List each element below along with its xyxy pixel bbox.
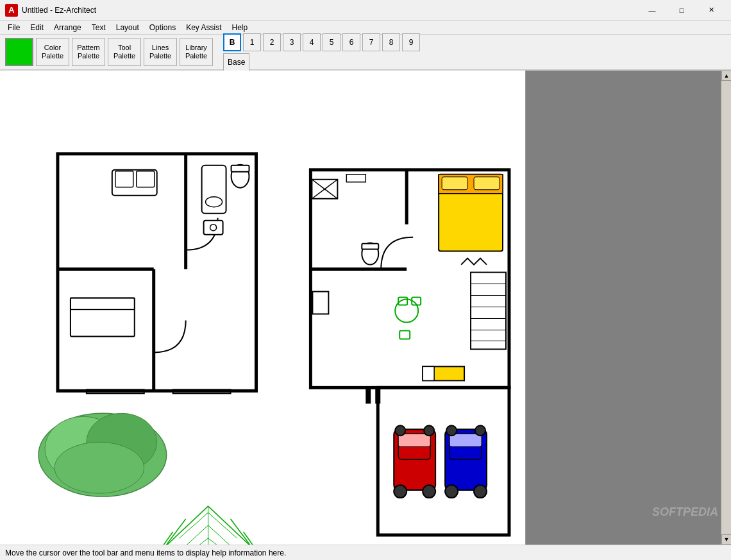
layers-group: B123456789Base [223, 33, 441, 71]
svg-rect-56 [450, 434, 482, 446]
svg-rect-27 [346, 174, 366, 182]
minimize-button[interactable]: — [637, 0, 667, 21]
svg-rect-43 [423, 366, 434, 380]
svg-point-64 [55, 442, 144, 493]
library-palette-button[interactable]: LibraryPalette [180, 38, 213, 66]
svg-rect-41 [312, 292, 328, 314]
scroll-up-button[interactable]: ▲ [721, 71, 731, 81]
svg-point-57 [445, 485, 458, 498]
layer-button-6[interactable]: 6 [342, 33, 360, 51]
svg-point-58 [474, 485, 487, 498]
layer-button-4[interactable]: 4 [303, 33, 321, 51]
layer-button-1[interactable]: 1 [243, 33, 261, 51]
svg-rect-23 [474, 177, 500, 190]
status-text: Move the cursor over the tool bar and me… [5, 548, 286, 557]
svg-rect-6 [115, 171, 133, 187]
layer-button-base[interactable]: Base [223, 53, 249, 71]
menu-item-file[interactable]: File [3, 22, 25, 33]
svg-rect-13 [202, 165, 226, 214]
softpedia-watermark: SOFTPEDIA [652, 505, 718, 519]
menu-item-key-assist[interactable]: Key Assist [181, 22, 226, 33]
svg-rect-22 [442, 177, 467, 190]
svg-rect-12 [231, 165, 249, 172]
canvas-area[interactable] [0, 71, 526, 545]
color-palette-button[interactable]: ColorPalette [36, 38, 69, 66]
layer-button-2[interactable]: 2 [263, 33, 281, 51]
maximize-button[interactable]: □ [667, 0, 696, 21]
current-color-swatch[interactable] [5, 38, 33, 66]
layer-button-b[interactable]: B [223, 33, 241, 51]
statusbar: Move the cursor over the tool bar and me… [0, 545, 731, 560]
window-controls: — □ ✕ [637, 0, 726, 21]
scrollbar-vertical[interactable]: ▲ ▼ [721, 71, 731, 545]
sidebar: ▲ ▼ SOFTPEDIA [526, 71, 731, 545]
menu-item-layout[interactable]: Layout [111, 22, 144, 33]
menu-item-text[interactable]: Text [87, 22, 111, 33]
title-text: Untitled - Ez-Architect [22, 6, 637, 15]
svg-point-51 [423, 485, 435, 498]
svg-rect-49 [398, 434, 430, 446]
layer-button-9[interactable]: 9 [402, 33, 420, 51]
svg-point-53 [424, 425, 434, 436]
svg-line-73 [208, 513, 237, 538]
svg-rect-5 [112, 170, 157, 196]
main-area: ▲ ▼ SOFTPEDIA [0, 71, 731, 545]
svg-rect-7 [137, 171, 155, 187]
toolbar: ColorPalette PatternPalette ToolPalette … [0, 35, 731, 71]
svg-rect-8 [71, 298, 135, 337]
svg-point-50 [394, 485, 407, 498]
svg-rect-29 [362, 244, 378, 250]
layer-button-3[interactable]: 3 [283, 33, 301, 51]
app-icon: A [5, 4, 18, 17]
menu-item-arrange[interactable]: Arrange [49, 22, 87, 33]
menu-item-edit[interactable]: Edit [25, 22, 49, 33]
svg-line-72 [180, 513, 208, 538]
layer-button-7[interactable]: 7 [362, 33, 380, 51]
scroll-down-button[interactable]: ▼ [721, 534, 731, 545]
close-button[interactable]: ✕ [696, 0, 726, 21]
lines-palette-button[interactable]: LinesPalette [144, 38, 177, 66]
svg-point-52 [395, 425, 405, 436]
svg-rect-40 [399, 330, 410, 339]
floorplan-svg [0, 71, 525, 545]
svg-rect-15 [204, 221, 223, 235]
menu-item-options[interactable]: Options [144, 22, 181, 33]
titlebar: A Untitled - Ez-Architect — □ ✕ [0, 0, 731, 21]
tool-palette-button[interactable]: ToolPalette [108, 38, 141, 66]
svg-point-59 [446, 425, 457, 436]
pattern-palette-button[interactable]: PatternPalette [72, 38, 105, 66]
layer-button-8[interactable]: 8 [382, 33, 400, 51]
menu-item-help[interactable]: Help [227, 22, 253, 33]
svg-point-60 [475, 425, 485, 436]
layer-button-5[interactable]: 5 [323, 33, 340, 51]
